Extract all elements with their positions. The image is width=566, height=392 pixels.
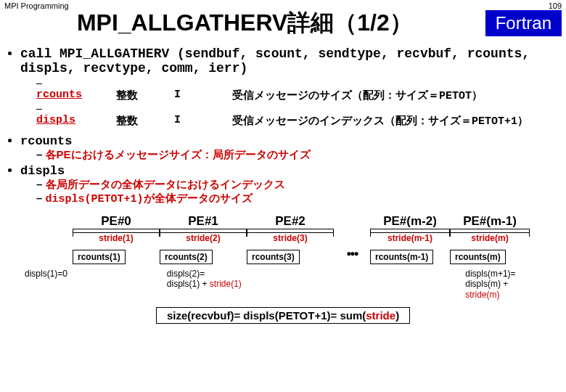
fortran-badge: Fortran <box>485 10 562 36</box>
dots: ●●● <box>334 248 370 264</box>
rcounts-box: rcounts(1) <box>73 250 126 264</box>
param-io: I <box>174 114 232 128</box>
note-displs-line1: 各局所データの全体データにおけるインデックス <box>36 178 566 192</box>
layout-diagram: PE#0 PE#1 PE#2 PE#(m-2) PE#(m-1) stride(… <box>0 214 566 300</box>
displs-1: displs(1)=0 <box>22 269 75 279</box>
note-displs-label: displs <box>20 164 65 178</box>
stride-cell: stride(3) <box>247 229 334 244</box>
rcounts-cell: rcounts(2) <box>160 248 247 264</box>
rcounts-box: rcounts(3) <box>247 250 300 264</box>
pe-label: PE#1 <box>160 214 247 229</box>
param-io: I <box>174 89 232 102</box>
param-name: rcounts <box>36 89 116 102</box>
rcounts-box: rcounts(m) <box>450 250 506 264</box>
displs-2-l2a: displs(1) + <box>167 279 210 289</box>
stride-label: stride(m) <box>471 233 508 243</box>
stride-cell: stride(2) <box>160 229 247 244</box>
stride-label: stride(2) <box>186 233 220 243</box>
call-code: call MPI_ALLGATHERV (sendbuf, scount, se… <box>20 46 530 75</box>
note-rcounts-label: rcounts <box>20 134 72 148</box>
displs-2-l2b: stride(1) <box>210 279 242 289</box>
formula-c: ) <box>395 309 399 322</box>
displs-2: displs(2)= displs(1) + stride(1) <box>164 269 253 290</box>
stride-cell: stride(m) <box>450 229 530 244</box>
size-formula-box: size(recvbuf)= displs(PETOT+1)= sum(stri… <box>156 307 410 324</box>
note-displs-line2-text: displs(PETOT+1)が全体データのサイズ <box>46 193 253 205</box>
formula-a: size(recvbuf)= displs(PETOT+1)= sum( <box>167 309 366 322</box>
param-desc: 受信メッセージのサイズ（配列：サイズ＝PETOT） <box>232 89 483 102</box>
pe-label: PE#0 <box>73 214 160 229</box>
displs-m1-l2b: stride(m) <box>465 290 499 300</box>
rcounts-cell: rcounts(m-1) <box>370 248 450 264</box>
displs-m1-l2a: displs(m) + <box>465 279 508 289</box>
note-rcounts-line: 各PEにおけるメッセージサイズ：局所データのサイズ <box>36 148 566 162</box>
page-title: MPI_ALLGATHERV詳細（1/2） <box>4 7 485 39</box>
note-displs: displs 各局所データの全体データにおけるインデックス displs(PET… <box>20 163 566 205</box>
param-displs: displs 整数 I 受信メッセージのインデックス（配列：サイズ＝PETOT+… <box>36 102 566 128</box>
stride-cell: stride(m-1) <box>370 229 450 244</box>
displs-m1-l1: displs(m+1)= <box>465 269 515 279</box>
call-signature: call MPI_ALLGATHERV (sendbuf, scount, se… <box>20 46 566 128</box>
displs-m1: displs(m+1)= displs(m) + stride(m) <box>462 269 544 300</box>
stride-label: stride(3) <box>273 233 307 243</box>
rcounts-box: rcounts(2) <box>160 250 213 264</box>
pe-label: PE#(m-1) <box>450 214 530 229</box>
stride-label: stride(1) <box>99 233 133 243</box>
rcounts-cell: rcounts(m) <box>450 248 530 264</box>
pe-label: PE#(m-2) <box>370 214 450 229</box>
param-type: 整数 <box>116 89 174 102</box>
displs-2-l1: displs(2)= <box>167 269 205 279</box>
rcounts-cell: rcounts(1) <box>73 248 160 264</box>
rcounts-box: rcounts(m-1) <box>370 250 433 264</box>
param-type: 整数 <box>116 114 174 128</box>
rcounts-cell: rcounts(3) <box>247 248 334 264</box>
page-number: 109 <box>549 1 562 10</box>
stride-label: stride(m-1) <box>387 233 432 243</box>
note-rcounts: rcounts 各PEにおけるメッセージサイズ：局所データのサイズ <box>20 134 566 162</box>
note-displs-line2: displs(PETOT+1)が全体データのサイズ <box>36 192 566 205</box>
param-desc: 受信メッセージのインデックス（配列：サイズ＝PETOT+1） <box>232 114 528 128</box>
stride-cell: stride(1) <box>73 229 160 244</box>
pe-label: PE#2 <box>247 214 334 229</box>
param-rcounts: rcounts 整数 I 受信メッセージのサイズ（配列：サイズ＝PETOT） <box>36 77 566 102</box>
formula-b: stride <box>366 309 395 322</box>
param-name: displs <box>36 114 116 128</box>
